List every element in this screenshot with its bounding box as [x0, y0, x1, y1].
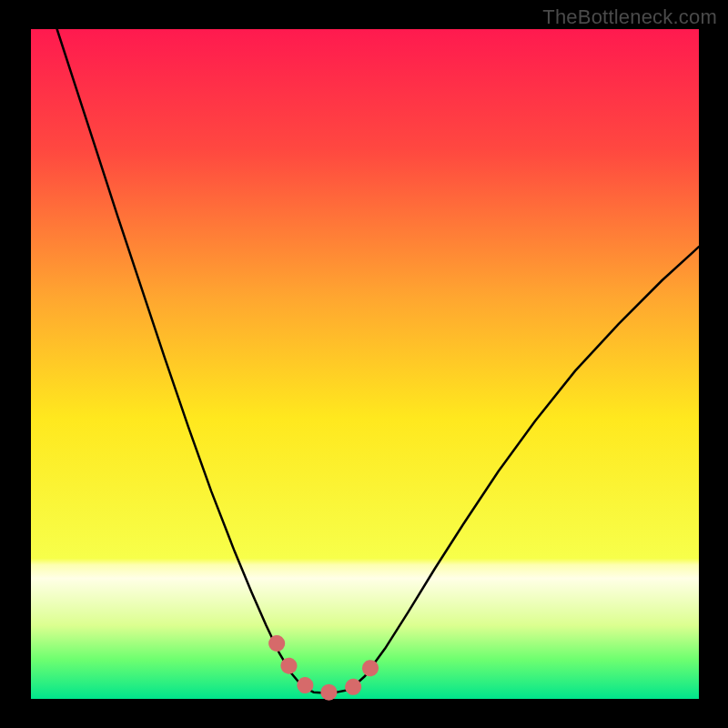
bottleneck-chart: [0, 0, 728, 728]
chart-frame: TheBottleneck.com: [0, 0, 728, 728]
plot-background: [31, 29, 699, 699]
watermark-text: TheBottleneck.com: [542, 5, 717, 29]
